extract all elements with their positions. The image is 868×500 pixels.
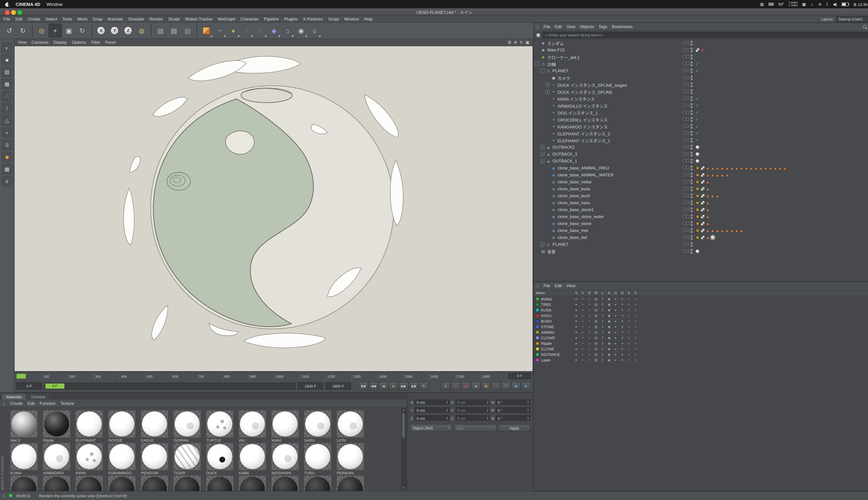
layer-toggle[interactable] bbox=[683, 146, 686, 148]
material-item[interactable] bbox=[337, 476, 364, 491]
menu-script[interactable]: Script bbox=[328, 17, 339, 22]
layer-v-toggle[interactable]: ▪ bbox=[580, 314, 586, 317]
layer-toggle[interactable] bbox=[686, 201, 689, 204]
menu-help[interactable]: Help bbox=[364, 17, 373, 22]
record-active-objects-button[interactable]: ● bbox=[451, 382, 460, 390]
play-reverse-button[interactable]: ◀ bbox=[379, 382, 388, 390]
layer-x-toggle[interactable]: × bbox=[632, 331, 639, 334]
layer-e-toggle[interactable]: ≈ bbox=[626, 336, 632, 340]
polygon-selection-tag-icon[interactable]: ▲ bbox=[754, 166, 758, 170]
layer-a-toggle[interactable]: ◉ bbox=[606, 353, 613, 356]
layer-color-swatch[interactable] bbox=[536, 319, 539, 323]
temperature-indicator[interactable]: 53° bbox=[778, 2, 784, 6]
layer-toggle[interactable] bbox=[683, 118, 686, 121]
layer-m-toggle[interactable]: ▤ bbox=[593, 336, 599, 340]
menu-filter[interactable]: Filter bbox=[91, 40, 100, 45]
layer-row[interactable]: STONE●▪▪▤↥◉▸▾≈× bbox=[534, 324, 868, 330]
menu-view[interactable]: View bbox=[18, 40, 27, 45]
editor-visibility-dot[interactable] bbox=[690, 193, 693, 195]
menu-plugins[interactable]: Plugins bbox=[284, 17, 298, 22]
layer-toggle[interactable] bbox=[683, 125, 686, 127]
polygon-selection-tag-icon[interactable]: ▲ bbox=[706, 166, 710, 170]
polygon-selection-tag-icon[interactable]: ▲ bbox=[730, 228, 734, 232]
editor-visibility-dot[interactable] bbox=[690, 235, 693, 237]
layer-row[interactable]: CLONE●▪▪▤↥◉▸▾≈× bbox=[534, 346, 868, 352]
add-deformer-button[interactable]: ◆ bbox=[267, 24, 281, 37]
apply-button[interactable]: Apply bbox=[499, 424, 530, 432]
volume-icon[interactable]: ◀) bbox=[833, 2, 837, 7]
material-item[interactable]: GORIRA bbox=[174, 410, 201, 442]
texture-tag-icon[interactable] bbox=[701, 221, 705, 226]
layer-toggle[interactable] bbox=[686, 104, 689, 106]
editor-visibility-dot[interactable] bbox=[690, 124, 693, 126]
window-titlebar[interactable]: UENO PLANET.c4d * - メイン bbox=[0, 8, 868, 16]
render-visibility-dot[interactable] bbox=[690, 71, 693, 73]
layer-a-toggle[interactable]: ◉ bbox=[606, 347, 613, 351]
object-row[interactable]: ◈clone_base_stone_water★▲ bbox=[534, 213, 868, 220]
add-mograph-button[interactable]: ∷ bbox=[254, 24, 267, 37]
object-row[interactable]: ◈clone_base_ANIMAL_WATER★▲▲▲▲▲ bbox=[534, 171, 868, 179]
zoom-window-button[interactable] bbox=[18, 10, 22, 15]
editor-visibility-dot[interactable] bbox=[690, 131, 693, 133]
layer-r-toggle[interactable]: ▪ bbox=[586, 308, 593, 312]
size-z-field[interactable]: 0 cm▲▼ bbox=[455, 415, 490, 421]
stepper-down-icon[interactable]: ▼ bbox=[526, 402, 530, 404]
model-mode-button[interactable]: ■ bbox=[2, 55, 12, 65]
layer-e-toggle[interactable]: ≈ bbox=[626, 308, 632, 312]
snap-toggle-button[interactable]: ◆ bbox=[2, 152, 12, 162]
editor-visibility-dot[interactable] bbox=[690, 221, 693, 223]
editor-visibility-dot[interactable] bbox=[690, 75, 693, 77]
texture-tag-icon[interactable] bbox=[701, 201, 705, 205]
layer-s-toggle[interactable]: ● bbox=[573, 336, 580, 340]
polygon-selection-tag-icon[interactable]: ▲ bbox=[778, 166, 782, 170]
layer-toggle[interactable] bbox=[683, 159, 686, 162]
layer-m-toggle[interactable]: ▤ bbox=[593, 331, 599, 334]
layer-color-swatch[interactable] bbox=[536, 297, 539, 301]
layer-row[interactable]: shida1●▪▪▤↥◉▸▾≈× bbox=[534, 296, 868, 302]
material-item[interactable] bbox=[239, 476, 266, 491]
layer-toggle[interactable] bbox=[683, 173, 686, 176]
layer-x-toggle[interactable]: × bbox=[632, 336, 639, 340]
layer-e-toggle[interactable]: ≈ bbox=[626, 319, 632, 323]
layer-row[interactable]: KUSA●▪▪▤↥◉▸▾≈× bbox=[534, 307, 868, 313]
pan-view-icon[interactable]: ⊞ bbox=[508, 40, 511, 45]
render-visibility-dot[interactable] bbox=[690, 50, 693, 53]
edges-mode-button[interactable]: / bbox=[2, 103, 12, 114]
layer-x-toggle[interactable]: × bbox=[632, 353, 639, 356]
stepper-down-icon[interactable]: ▼ bbox=[445, 410, 449, 412]
object-row[interactable]: +▲OUTBACK_1 bbox=[534, 158, 868, 164]
render-visibility-dot[interactable] bbox=[690, 85, 693, 87]
material-item[interactable]: Ripple bbox=[43, 410, 70, 442]
layer-r-toggle[interactable]: ▪ bbox=[586, 314, 593, 317]
layer-row[interactable]: ANIMAL●▪▪▤↥◉▸▾≈× bbox=[534, 330, 868, 335]
layer-x-toggle[interactable]: × bbox=[632, 297, 639, 301]
render-visibility-dot[interactable] bbox=[690, 245, 693, 247]
layer-m-toggle[interactable]: ▤ bbox=[593, 314, 599, 317]
polygon-selection-tag-icon[interactable]: ▲ bbox=[711, 173, 715, 177]
layer-d-toggle[interactable]: ▾ bbox=[619, 325, 626, 329]
menu-create[interactable]: Create bbox=[10, 401, 23, 406]
layer-x-toggle[interactable]: × bbox=[632, 314, 639, 317]
stepper-down-icon[interactable]: ▼ bbox=[445, 418, 449, 420]
layer-m-toggle[interactable]: ▤ bbox=[593, 342, 599, 345]
add-array-button[interactable]: ∴ bbox=[240, 24, 253, 37]
polygon-selection-tag-icon[interactable]: ▲ bbox=[725, 166, 729, 170]
render-visibility-dot[interactable] bbox=[690, 106, 693, 108]
add-camera-button[interactable]: ◉ bbox=[294, 24, 308, 37]
polygon-selection-tag-icon[interactable]: ▲ bbox=[764, 166, 767, 170]
compositing-tag-icon[interactable] bbox=[695, 145, 700, 149]
render-visibility-dot[interactable] bbox=[690, 127, 693, 129]
layer-v-toggle[interactable]: ▪ bbox=[580, 303, 586, 306]
layer-toggle[interactable] bbox=[686, 173, 689, 176]
axis-mode-button[interactable]: + bbox=[2, 127, 12, 138]
layer-toggle[interactable] bbox=[683, 111, 686, 114]
layer-d-toggle[interactable]: ▾ bbox=[619, 347, 626, 351]
polygon-selection-tag-icon[interactable]: ▲ bbox=[773, 166, 777, 170]
menu-mograph[interactable]: MoGraph bbox=[218, 17, 235, 22]
layer-toggle[interactable] bbox=[683, 104, 686, 106]
layer-v-toggle[interactable]: ▪ bbox=[580, 347, 586, 351]
layer-toggle[interactable] bbox=[683, 194, 686, 197]
render-visibility-dot[interactable] bbox=[690, 224, 693, 226]
material-item[interactable]: PENGUIN bbox=[141, 443, 168, 475]
editor-visibility-dot[interactable] bbox=[690, 152, 693, 154]
